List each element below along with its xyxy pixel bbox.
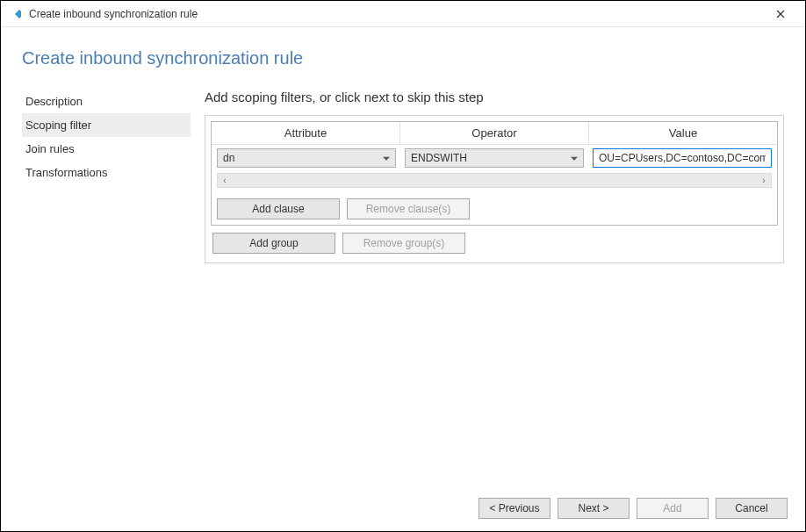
operator-cell: ENDSWITH — [405, 148, 584, 168]
scroll-right-icon[interactable]: › — [757, 174, 771, 187]
sidebar: Description Scoping filter Join rules Tr… — [22, 90, 191, 263]
col-header-attribute: Attribute — [212, 122, 400, 145]
group-button-row: Add group Remove group(s) — [205, 226, 783, 262]
group-panel: Attribute Operator Value dn ENDSWITH — [205, 115, 784, 263]
col-header-value: Value — [589, 122, 777, 145]
content: Create inbound synchronization rule Desc… — [1, 27, 805, 263]
attribute-select[interactable]: dn — [217, 148, 396, 168]
value-cell — [593, 148, 772, 168]
grid-header: Attribute Operator Value — [212, 122, 777, 145]
next-button[interactable]: Next > — [558, 498, 630, 519]
add-clause-button[interactable]: Add clause — [217, 198, 340, 219]
horizontal-scrollbar[interactable]: ‹ › — [217, 173, 772, 188]
cancel-button[interactable]: Cancel — [716, 498, 788, 519]
operator-select[interactable]: ENDSWITH — [405, 148, 584, 168]
add-button: Add — [637, 498, 709, 519]
titlebar: Create inbound synchronization rule — [1, 1, 805, 27]
grid-row: dn ENDSWITH — [212, 145, 777, 173]
app-icon — [8, 7, 22, 21]
attribute-cell: dn — [217, 148, 396, 168]
step-title: Add scoping filters, or click next to sk… — [205, 90, 784, 104]
close-button[interactable] — [763, 2, 798, 26]
page-title: Create inbound synchronization rule — [22, 48, 784, 68]
remove-group-button: Remove group(s) — [342, 233, 465, 254]
footer: < Previous Next > Add Cancel — [479, 498, 788, 519]
previous-button[interactable]: < Previous — [479, 498, 551, 519]
col-header-operator: Operator — [400, 122, 589, 145]
sidebar-item-transformations[interactable]: Transformations — [22, 161, 191, 184]
main: Add scoping filters, or click next to sk… — [205, 90, 784, 263]
scroll-left-icon[interactable]: ‹ — [218, 174, 232, 187]
sidebar-item-scoping-filter[interactable]: Scoping filter — [22, 113, 191, 137]
add-group-button[interactable]: Add group — [212, 233, 335, 254]
remove-clause-button: Remove clause(s) — [347, 198, 470, 219]
svg-rect-0 — [15, 10, 21, 18]
clause-button-row: Add clause Remove clause(s) — [212, 193, 777, 225]
layout: Description Scoping filter Join rules Tr… — [22, 90, 784, 263]
window-title: Create inbound synchronization rule — [29, 8, 763, 20]
clause-panel: Attribute Operator Value dn ENDSWITH — [211, 121, 778, 226]
sidebar-item-description[interactable]: Description — [22, 90, 191, 113]
value-input[interactable] — [593, 148, 772, 168]
sidebar-item-join-rules[interactable]: Join rules — [22, 137, 191, 161]
